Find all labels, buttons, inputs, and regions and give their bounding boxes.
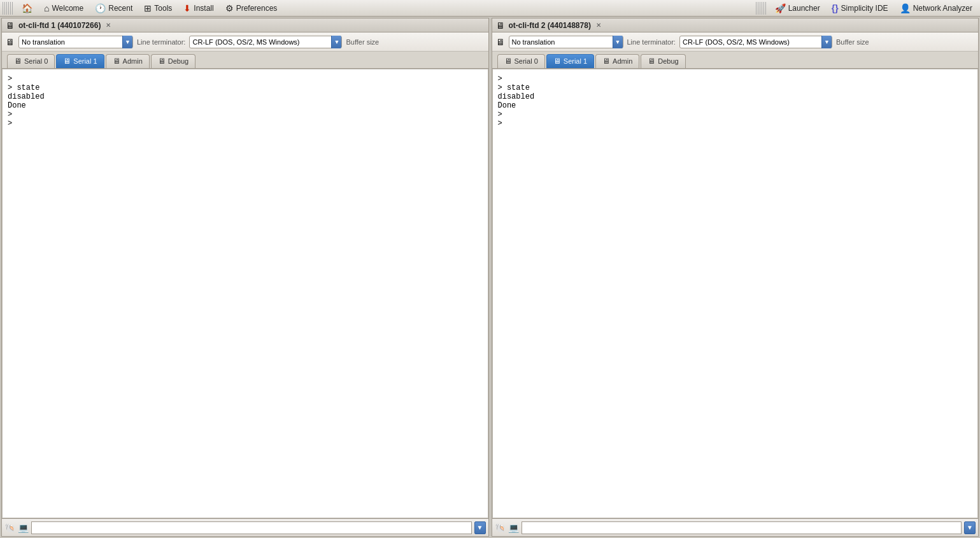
panel-1-input-send-btn[interactable]: ▼ — [474, 521, 486, 534]
panel-2-tab-debug-icon: 🖥 — [648, 57, 655, 66]
panel-1-tab-serial0-label: Serial 0 — [24, 57, 48, 65]
menubar-grip — [3, 2, 13, 15]
panel-1-input-terminal-icon: 🐚 — [4, 523, 15, 533]
menu-item-preferences[interactable]: ⚙ Preferences — [220, 2, 283, 15]
menu-launcher-label: Launcher — [788, 4, 820, 13]
panel-2-translation-arrow[interactable]: ▼ — [613, 36, 623, 48]
panel-1-translation-value: No translation — [19, 38, 122, 46]
panel-2-toolbar: 🖥 No translation ▼ Line terminator: CR-L… — [492, 32, 979, 52]
panel-1-tab-admin[interactable]: 🖥 Admin — [106, 54, 150, 68]
panel-2-tab-admin-label: Admin — [613, 57, 632, 65]
menu-item-recent[interactable]: 🕐 Recent — [90, 2, 138, 15]
menu-item-launcher[interactable]: 🚀 Launcher — [770, 2, 825, 15]
panel-2-tab-serial0-label: Serial 0 — [515, 57, 538, 65]
panel-1: 🖥 ot-cli-ftd 1 (440107266) ✕ 🖥 No transl… — [1, 18, 489, 537]
tools-icon: ⊞ — [144, 3, 152, 13]
menubar-right: 🚀 Launcher {} Simplicity IDE 👤 Network A… — [756, 2, 977, 15]
panel-2-toolbar-icon: 🖥 — [496, 37, 505, 47]
panel-1-tab-serial1[interactable]: 🖥 Serial 1 — [56, 54, 104, 68]
panel-2-title: ot-cli-ftd 2 (440148878) — [509, 21, 591, 30]
panel-2-tab-serial1-label: Serial 1 — [564, 57, 587, 65]
panel-1-toolbar: 🖥 No translation ▼ Line terminator: CR-L… — [2, 32, 488, 52]
panel-2-tab-debug-label: Debug — [658, 57, 678, 65]
menubar-grip-right — [756, 2, 766, 15]
panel-2-input-row: 🐚 💻 ▼ — [492, 518, 979, 536]
panel-2-translation-value: No translation — [509, 38, 613, 46]
panel-2-tabs-row: 🖥 Serial 0 🖥 Serial 1 🖥 Admin 🖥 Debug — [492, 52, 979, 69]
panel-1-buffer-size-label: Buffer size — [346, 38, 379, 46]
menu-install-label: Install — [194, 4, 213, 13]
panel-2-input-send-btn[interactable]: ▼ — [964, 521, 976, 534]
panel-1-toolbar-icon: 🖥 — [6, 37, 15, 47]
recent-icon: 🕐 — [95, 3, 106, 13]
panel-1-input-cmd-icon: 💻 — [18, 523, 29, 533]
menu-preferences-label: Preferences — [236, 4, 278, 13]
panel-2-tab-admin[interactable]: 🖥 Admin — [595, 54, 639, 68]
panel-2-tab-serial1[interactable]: 🖥 Serial 1 — [546, 54, 594, 68]
panel-1-tab-serial0[interactable]: 🖥 Serial 0 — [7, 54, 55, 68]
menu-item-simplicity-ide[interactable]: {} Simplicity IDE — [827, 2, 893, 15]
panel-2-tab-serial0[interactable]: 🖥 Serial 0 — [497, 54, 545, 68]
panel-1-line-terminator-arrow[interactable]: ▼ — [331, 36, 341, 48]
panel-1-tab-serial1-label: Serial 1 — [73, 57, 97, 65]
panel-2-line-terminator-select[interactable]: CR-LF (DOS, OS/2, MS Windows) ▼ — [679, 36, 832, 48]
menu-item-install[interactable]: ⬇ Install — [178, 2, 218, 15]
panel-1-input-field[interactable] — [31, 521, 472, 534]
network-analyzer-icon: 👤 — [900, 3, 911, 13]
panel-2-input-terminal-icon: 🐚 — [495, 523, 506, 533]
menu-network-analyzer-label: Network Analyzer — [913, 4, 972, 13]
panel-1-line-terminator-label: Line terminator: — [137, 38, 185, 46]
panel-1-tab-admin-label: Admin — [123, 57, 143, 65]
menu-item-welcome[interactable]: ⌂ Welcome — [39, 2, 89, 15]
panel-1-tab-debug-label: Debug — [168, 57, 188, 65]
panel-1-close-btn[interactable]: ✕ — [104, 22, 112, 29]
panel-1-line-terminator-select[interactable]: CR-LF (DOS, OS/2, MS Windows) ▼ — [189, 36, 342, 48]
launcher-icon: 🚀 — [775, 3, 786, 13]
panel-2-tab-admin-icon: 🖥 — [602, 57, 610, 66]
panel-1-input-row: 🐚 💻 ▼ — [2, 518, 488, 536]
panel-2-tab-debug[interactable]: 🖥 Debug — [641, 54, 685, 68]
menu-simplicity-ide-label: Simplicity IDE — [841, 4, 888, 13]
panel-2-line-terminator-label: Line terminator: — [627, 38, 676, 46]
panel-2-buffer-size-label: Buffer size — [836, 38, 869, 46]
panel-2-title-row: 🖥 ot-cli-ftd 2 (440148878) ✕ — [492, 18, 979, 32]
panel-2-line-terminator-arrow[interactable]: ▼ — [821, 36, 832, 48]
panel-2-line-terminator-value: CR-LF (DOS, OS/2, MS Windows) — [680, 38, 821, 46]
panel-1-tab-serial0-icon: 🖥 — [14, 57, 22, 66]
menu-item-tools[interactable]: ⊞ Tools — [139, 2, 177, 15]
panel-2-input-field[interactable] — [522, 521, 962, 534]
panel-2-device-icon: 🖥 — [496, 20, 505, 31]
panel-2-tab-serial1-icon: 🖥 — [553, 57, 561, 66]
home-icon: 🏠 — [22, 3, 32, 13]
panel-1-tab-debug-icon: 🖥 — [158, 57, 166, 66]
panel-2-console[interactable]: > > state disabled Done > > — [492, 69, 979, 518]
panel-2: 🖥 ot-cli-ftd 2 (440148878) ✕ 🖥 No transl… — [492, 18, 979, 537]
panel-2-input-cmd-icon: 💻 — [508, 523, 519, 533]
panel-1-tab-serial1-icon: 🖥 — [63, 57, 71, 66]
panel-2-close-btn[interactable]: ✕ — [595, 22, 602, 29]
menu-item-home[interactable]: 🏠 — [17, 2, 38, 15]
simplicity-ide-icon: {} — [832, 3, 839, 13]
menu-tools-label: Tools — [154, 4, 172, 13]
panel-2-tab-serial0-icon: 🖥 — [504, 57, 512, 66]
menubar: 🏠 ⌂ Welcome 🕐 Recent ⊞ Tools ⬇ Install ⚙… — [0, 0, 980, 17]
menu-recent-label: Recent — [108, 4, 132, 13]
panel-1-line-terminator-value: CR-LF (DOS, OS/2, MS Windows) — [190, 38, 331, 46]
panel-1-console[interactable]: > > state disabled Done > > — [2, 69, 488, 518]
main-area: 🖥 ot-cli-ftd 1 (440107266) ✕ 🖥 No transl… — [0, 17, 980, 538]
panel-1-tabs-row: 🖥 Serial 0 🖥 Serial 1 🖥 Admin 🖥 Debug — [2, 52, 488, 69]
preferences-icon: ⚙ — [225, 3, 234, 13]
panel-2-translation-select[interactable]: No translation ▼ — [509, 36, 623, 48]
panel-1-tab-debug[interactable]: 🖥 Debug — [151, 54, 195, 68]
panel-1-tab-admin-icon: 🖥 — [113, 57, 120, 66]
install-icon: ⬇ — [183, 3, 191, 13]
panel-1-translation-select[interactable]: No translation ▼ — [18, 36, 133, 48]
menu-welcome-label: Welcome — [52, 4, 83, 13]
panel-1-title: ot-cli-ftd 1 (440107266) — [18, 21, 101, 30]
panel-1-title-row: 🖥 ot-cli-ftd 1 (440107266) ✕ — [2, 18, 488, 32]
menu-item-network-analyzer[interactable]: 👤 Network Analyzer — [895, 2, 977, 15]
panel-1-translation-arrow[interactable]: ▼ — [122, 36, 132, 48]
welcome-icon: ⌂ — [44, 3, 49, 13]
panel-1-device-icon: 🖥 — [6, 20, 15, 31]
